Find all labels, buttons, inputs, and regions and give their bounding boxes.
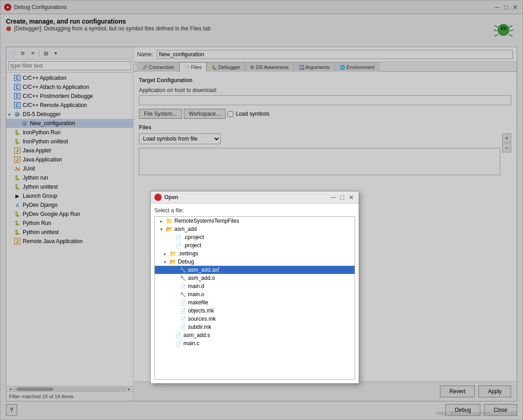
dtree-arrow: ▸ (160, 219, 166, 224)
dialog-select-label: Select a file: (154, 207, 355, 214)
dtree-item-main-o[interactable]: 🔧 main.o (155, 290, 355, 298)
dtree-label-asm-axf: asm_add.axf (188, 267, 219, 273)
dtree-arrow: ▾ (160, 227, 166, 232)
dtree-label: .cproject (183, 234, 204, 240)
dialog-title-text: Open (164, 194, 178, 200)
dialog-content: Select a file: ▸ 📁 RemoteSystemsTempFile… (151, 204, 359, 383)
file-icon: 📄 (175, 340, 182, 347)
dtree-arrow: ▸ (164, 251, 169, 256)
dtree-label: makefile (188, 299, 208, 306)
dialog-file-tree: ▸ 📁 RemoteSystemsTempFiles ▾ 📂 asm_add 📄 (154, 216, 355, 380)
dtree-label: asm_add.s (183, 332, 210, 338)
dtree-item-objects-mk[interactable]: 📄 objects.mk (155, 307, 355, 315)
dtree-label: .settings (178, 250, 198, 257)
dtree-arrow: ▾ (164, 259, 169, 264)
main-window: ● Debug Configurations ─ □ ✕ Create, man… (0, 0, 523, 420)
dialog-controls: ─ □ ✕ (331, 194, 355, 201)
dtree-item-asm-s[interactable]: 📄 asm_add.s (155, 331, 355, 339)
axf-icon: 🔧 (179, 275, 187, 281)
open-dialog: Open ─ □ ✕ Select a file: ▸ 📁 RemoteSyst… (150, 191, 359, 384)
dialog-close-button[interactable]: ✕ (348, 194, 355, 201)
dtree-item-project[interactable]: 📄 .project (155, 241, 355, 249)
dtree-item-main-d[interactable]: 📄 main.d (155, 282, 355, 290)
dialog-title-left: Open (154, 194, 178, 201)
axf-icon: 🔧 (179, 291, 187, 298)
dialog-minimize-button[interactable]: ─ (331, 194, 337, 201)
dtree-label: main.c (183, 340, 199, 347)
dtree-label-asm-add: asm_add (174, 226, 197, 232)
dtree-item-debug-folder[interactable]: ▾ 📂 Debug (155, 258, 355, 266)
dtree-item-makefile[interactable]: 📄 makefile (155, 298, 355, 307)
file-icon: 📄 (179, 316, 187, 322)
dtree-label: objects.mk (188, 308, 214, 314)
dtree-item-remote-temp[interactable]: ▸ 📁 RemoteSystemsTempFiles (155, 217, 355, 225)
dtree-label: RemoteSystemsTempFiles (174, 218, 239, 224)
dtree-item-asm-o[interactable]: 🔧 asm_add.o (155, 274, 355, 282)
dtree-label: asm_add.o (188, 275, 215, 281)
dtree-label: main.d (188, 283, 204, 289)
dialog-title-bar: Open ─ □ ✕ (151, 191, 359, 204)
folder-open-icon: 📂 (169, 259, 177, 265)
file-icon: 📄 (175, 242, 182, 249)
dtree-item-cproject[interactable]: 📄 .cproject (155, 233, 355, 241)
dtree-item-asm-add[interactable]: ▾ 📂 asm_add (155, 225, 355, 233)
file-icon: 📄 (179, 308, 187, 314)
axf-icon: 🔧 (179, 267, 187, 273)
dtree-item-main-c[interactable]: 📄 main.c (155, 339, 355, 347)
dtree-label: main.o (188, 291, 204, 298)
file-icon: 📄 (175, 332, 182, 338)
file-icon: 📄 (179, 299, 187, 306)
dtree-label: sources.mk (188, 316, 216, 322)
folder-icon: 📁 (166, 218, 173, 224)
file-icon: 📄 (175, 234, 182, 240)
file-icon: 📄 (179, 324, 187, 330)
dtree-item-sources-mk[interactable]: 📄 sources.mk (155, 315, 355, 323)
folder-open-icon: 📂 (166, 226, 173, 232)
folder-icon: 📁 (169, 250, 177, 257)
dtree-label: subdir.mk (188, 324, 211, 330)
file-icon: 📄 (179, 283, 187, 289)
dtree-item-asm-axf[interactable]: 🔧 asm_add.axf (155, 266, 355, 274)
dtree-item-subdir-mk[interactable]: 📄 subdir.mk (155, 323, 355, 331)
dialog-app-icon (154, 194, 162, 201)
dtree-item-settings[interactable]: ▸ 📁 .settings (155, 249, 355, 258)
dtree-label-debug: Debug (178, 259, 194, 265)
dialog-maximize-button[interactable]: □ (340, 194, 345, 201)
dtree-label: .project (183, 242, 201, 249)
